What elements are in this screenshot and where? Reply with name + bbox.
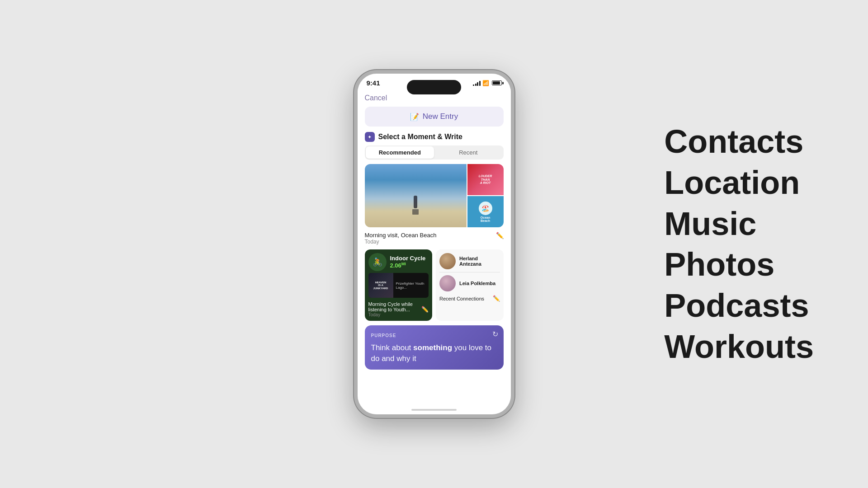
location-edit-icon[interactable]: ✏️	[496, 232, 504, 239]
location-title: Morning visit, Ocean Beach	[365, 232, 437, 239]
battery-fill	[493, 81, 500, 84]
new-entry-label: New Entry	[423, 112, 458, 121]
tab-recommended[interactable]: Recommended	[366, 146, 434, 159]
beach-figure	[414, 196, 417, 208]
contacts-label-row: Recent Connections ✏️	[439, 295, 500, 302]
dynamic-island	[407, 80, 461, 94]
battery-icon	[492, 80, 502, 85]
phone-content: Cancel 📝 New Entry ✦ Select a Moment & W…	[358, 89, 511, 405]
label-photos: Photos	[664, 246, 814, 283]
workout-label-row: Morning Cycle while listening to Youth..…	[365, 301, 433, 321]
pencil-star-icon: ✦	[368, 134, 372, 140]
podcast-mini-art: HEAVENIS AJUNKYARD Prizefighter Youth La…	[368, 273, 429, 298]
section-title: Select a Moment & Write	[378, 133, 462, 141]
location-info: Morning visit, Ocean Beach Today	[365, 232, 437, 245]
signal-bar-4	[479, 81, 481, 86]
ocean-icon-circle: 🏖️	[479, 202, 492, 215]
signal-bar-2	[475, 84, 476, 86]
home-bar	[411, 409, 457, 411]
workout-header: 🚴 Indoor Cycle 2.06MI	[368, 253, 429, 271]
workout-tile[interactable]: 🚴 Indoor Cycle 2.06MI HEAVENIS AJUNKYARD	[365, 249, 433, 321]
workout-label-info: Morning Cycle while listening to Youth..…	[368, 301, 422, 317]
workout-date: Today	[368, 312, 422, 317]
new-entry-icon: 📝	[410, 113, 419, 121]
home-indicator	[358, 405, 511, 414]
workout-label: Morning Cycle while listening to Youth..…	[368, 301, 422, 312]
signal-bar-3	[477, 82, 478, 86]
contact-item-1: Herland Antezana	[439, 253, 500, 269]
purpose-text: Think about something you love to do and…	[371, 343, 497, 364]
refresh-icon[interactable]: ↻	[492, 330, 498, 338]
signal-bar-1	[473, 84, 474, 86]
contact-item-2: Leia Polklemba	[439, 275, 500, 291]
avatar-herland	[439, 253, 456, 269]
workout-tile-inner: 🚴 Indoor Cycle 2.06MI HEAVENIS AJUNKYARD	[365, 249, 433, 301]
section-header: ✦ Select a Moment & Write	[358, 131, 511, 145]
photo-main-beach	[365, 164, 467, 227]
ocean-label-text: Ocean	[481, 216, 490, 219]
cancel-button[interactable]: Cancel	[365, 94, 387, 102]
status-icons: 📶	[473, 80, 502, 86]
label-contacts: Contacts	[664, 123, 814, 160]
podcast-episode-info: Prizefighter Youth Lago...	[393, 273, 429, 298]
label-podcasts: Podcasts	[664, 287, 814, 324]
avatar-leia	[439, 275, 456, 291]
status-bar: 9:41 📶	[358, 74, 511, 89]
signal-bars-icon	[473, 80, 481, 86]
workout-type: Indoor Cycle	[390, 255, 426, 262]
beach-shadow	[412, 209, 419, 215]
tab-recent[interactable]: Recent	[434, 146, 503, 159]
podcast-album-cover: HEAVENIS AJUNKYARD	[368, 273, 393, 298]
wifi-icon: 📶	[482, 80, 489, 86]
purpose-label: PURPOSE	[371, 333, 396, 338]
podcast-episode-label: Prizefighter Youth Lago...	[396, 282, 426, 290]
photo-ocean-beach: 🏖️ Ocean Beach	[467, 196, 504, 227]
cycling-icon: 🚴	[373, 257, 382, 267]
beach-icon: 🏖️	[481, 205, 489, 212]
contacts-title: Recent Connections	[439, 296, 484, 301]
phone-frame: 9:41 📶 Cancel 📝 New Entry	[354, 70, 514, 418]
label-location: Location	[664, 164, 814, 201]
avatar-leia-img	[439, 275, 456, 291]
label-music: Music	[664, 205, 814, 242]
section-icon: ✦	[365, 132, 375, 142]
status-time: 9:41	[367, 79, 380, 87]
workout-distance: 2.06MI	[390, 262, 426, 269]
purpose-card: PURPOSE ↻ Think about something you love…	[365, 325, 504, 370]
avatar-herland-img	[439, 253, 456, 269]
tiles-row: 🚴 Indoor Cycle 2.06MI HEAVENIS AJUNKYARD	[365, 249, 504, 321]
location-row: Morning visit, Ocean Beach Today ✏️	[365, 232, 504, 245]
workout-text: Indoor Cycle 2.06MI	[390, 255, 426, 269]
workout-edit-icon[interactable]: ✏️	[421, 306, 429, 313]
contacts-edit-icon[interactable]: ✏️	[493, 295, 500, 302]
photo-grid[interactable]: LOUDERTHANA RIOT 🏖️ Ocean Beach	[365, 164, 504, 227]
right-labels: Contacts Location Music Photos Podcasts …	[664, 123, 814, 366]
photo-album-art: LOUDERTHANA RIOT	[467, 164, 504, 195]
podcast-album-title: HEAVENIS AJUNKYARD	[373, 281, 388, 290]
contact-name-herland: Herland Antezana	[459, 256, 500, 267]
ocean-label-beach: Beach	[481, 219, 490, 222]
label-workouts: Workouts	[664, 328, 814, 366]
divider	[439, 272, 500, 272]
contact-name-leia: Leia Polklemba	[459, 281, 495, 286]
new-entry-button[interactable]: 📝 New Entry	[365, 107, 504, 127]
location-date: Today	[365, 239, 437, 245]
tab-switcher: Recommended Recent	[365, 145, 504, 160]
workout-icon-circle: 🚴	[368, 253, 387, 271]
contacts-tile[interactable]: Herland Antezana Leia Polklemba Recent C…	[436, 249, 504, 321]
